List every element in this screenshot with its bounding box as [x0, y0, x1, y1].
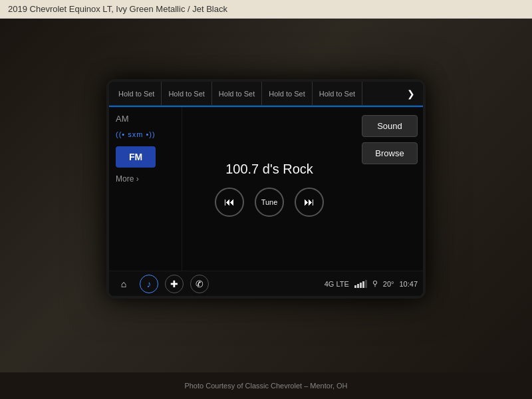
next-button[interactable]: ⏭	[295, 188, 324, 217]
presets-row: Hold to Set Hold to Set Hold to Set Hold…	[109, 82, 423, 106]
temperature-display: 20°	[383, 280, 394, 288]
status-right: 4G LTE ⚲ 20° 10:47	[325, 279, 418, 288]
next-icon: ⏭	[304, 196, 315, 208]
signal-bar-1	[354, 285, 356, 288]
signal-bar-2	[357, 284, 359, 288]
prev-button[interactable]: ⏮	[215, 188, 244, 217]
location-icon: ⚲	[372, 279, 378, 288]
signal-bar-4	[362, 281, 364, 288]
screen-display: Hold to Set Hold to Set Hold to Set Hold…	[109, 82, 423, 296]
main-content: AM ((• sxm •)) FM More › 100.7 d's Rock …	[109, 107, 423, 271]
home-icon[interactable]: ⌂	[114, 275, 133, 293]
controls-row: ⏮ Tune ⏭	[215, 188, 324, 217]
sxm-logo[interactable]: ((• sxm •))	[116, 129, 175, 140]
apps-icon[interactable]: ✚	[165, 275, 184, 293]
sound-button[interactable]: Sound	[362, 115, 418, 137]
prev-icon: ⏮	[224, 196, 235, 208]
station-name: 100.7 d's Rock	[225, 162, 313, 177]
caption-text: Photo Courtesy of Classic Chevrolet – Me…	[184, 382, 347, 390]
music-icon[interactable]: ♪	[140, 275, 158, 293]
more-button[interactable]: More ›	[116, 174, 175, 184]
center-panel: 100.7 d's Rock ⏮ Tune ⏭	[182, 107, 356, 271]
tune-button[interactable]: Tune	[255, 188, 284, 217]
infotainment-screen: Hold to Set Hold to Set Hold to Set Hold…	[106, 79, 426, 299]
network-label: 4G LTE	[325, 280, 349, 288]
status-bar: ⌂ ♪ ✚ ✆ 4G LTE ⚲ 20° 10:47	[109, 271, 423, 296]
browse-button[interactable]: Browse	[362, 142, 418, 164]
time-display: 10:47	[399, 280, 418, 288]
car-background: Hold to Set Hold to Set Hold to Set Hold…	[0, 19, 532, 372]
right-panel: Sound Browse	[356, 107, 423, 271]
top-bar: 2019 Chevrolet Equinox LT, Ivy Green Met…	[0, 0, 532, 19]
signal-bars	[354, 280, 367, 288]
am-label[interactable]: AM	[116, 112, 175, 125]
left-panel: AM ((• sxm •)) FM More ›	[109, 107, 182, 271]
signal-bar-5	[365, 280, 367, 288]
preset-nav-next[interactable]: ❯	[402, 86, 420, 102]
signal-bar-3	[360, 283, 362, 288]
phone-icon[interactable]: ✆	[190, 275, 209, 293]
preset-4[interactable]: Hold to Set	[262, 82, 312, 105]
bottom-caption: Photo Courtesy of Classic Chevrolet – Me…	[0, 372, 532, 399]
preset-1[interactable]: Hold to Set	[112, 82, 162, 105]
preset-2[interactable]: Hold to Set	[162, 82, 211, 105]
preset-3[interactable]: Hold to Set	[212, 82, 262, 105]
preset-5[interactable]: Hold to Set	[313, 82, 362, 105]
car-title: 2019 Chevrolet Equinox LT, Ivy Green Met…	[8, 4, 227, 14]
fm-button[interactable]: FM	[116, 146, 156, 168]
